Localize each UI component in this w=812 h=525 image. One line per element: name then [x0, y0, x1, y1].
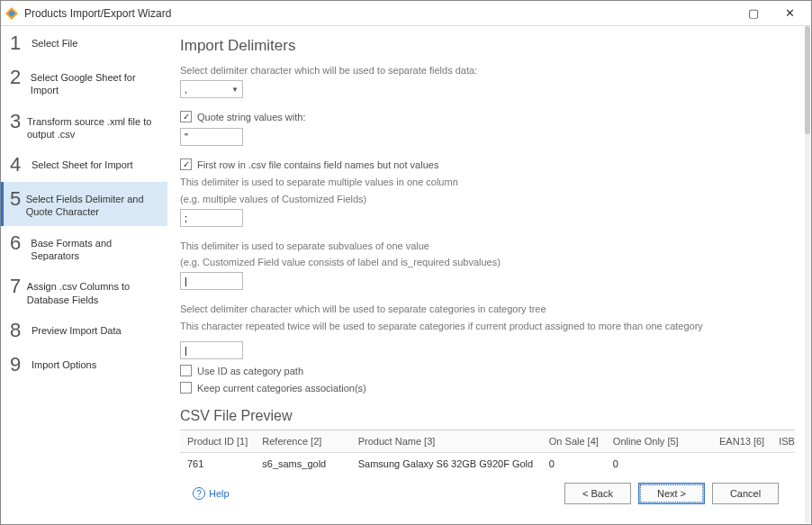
step-label: Transform source .xml file to output .cs…: [23, 112, 158, 141]
sidebar: 1Select File2Select Google Sheet for Imp…: [1, 26, 167, 524]
step-number: 7: [10, 276, 23, 296]
wizard-step-3[interactable]: 3Transform source .xml file to output .c…: [1, 104, 167, 149]
maximize-button[interactable]: ▢: [735, 3, 771, 24]
sub-desc1: This delimiter is used to separate subva…: [180, 240, 795, 252]
column-header[interactable]: ISBN [7]: [771, 430, 795, 453]
vertical-scrollbar[interactable]: [805, 26, 810, 523]
step-number: 2: [10, 68, 27, 87]
help-label: Help: [209, 488, 230, 499]
keep-categories-label: Keep current categories association(s): [197, 383, 366, 394]
first-row-label: First row in .csv file contains field na…: [197, 159, 438, 170]
sub-delimiter-input[interactable]: [180, 272, 243, 290]
back-button[interactable]: < Back: [564, 483, 631, 504]
step-number: 9: [10, 355, 28, 375]
step-number: 5: [10, 189, 23, 209]
multi-delimiter-input[interactable]: [180, 209, 243, 227]
column-header[interactable]: Product ID [1]: [180, 430, 255, 453]
category-delimiter-input[interactable]: [180, 341, 243, 359]
window-title: Products Import/Export Wizard: [24, 7, 735, 20]
help-icon: ?: [193, 487, 205, 500]
step-label: Select Sheet for Import: [28, 155, 133, 171]
keep-categories-checkbox[interactable]: [180, 382, 192, 394]
step-label: Base Formats and Separators: [27, 233, 158, 263]
column-header[interactable]: On Sale [4]: [542, 430, 606, 453]
next-button[interactable]: Next >: [638, 483, 705, 504]
multi-desc1: This delimiter is used to separate multi…: [180, 176, 795, 188]
quote-checkbox-label: Quote string values with:: [197, 112, 305, 122]
step-number: 4: [10, 155, 28, 175]
table-row[interactable]: 761s6_sams_goldSamsung Galaxy S6 32GB G9…: [180, 453, 795, 474]
page-heading: Import Delimiters: [180, 37, 795, 55]
use-id-checkbox[interactable]: [180, 365, 192, 376]
field-delimiter-value: ,: [185, 84, 187, 95]
help-link[interactable]: ? Help: [193, 487, 230, 500]
column-header[interactable]: EAN13 [6]: [686, 430, 772, 453]
main-panel: Import Delimiters Select delimiter chara…: [167, 26, 811, 524]
quote-checkbox[interactable]: [180, 111, 192, 122]
chevron-down-icon: ▼: [231, 86, 239, 94]
wizard-step-7[interactable]: 7Assign .csv Columns to Database Fields: [1, 269, 167, 313]
cat-desc1: Select delimiter character which will be…: [180, 303, 795, 315]
delimiter-desc: Select delimiter character which will be…: [180, 64, 795, 77]
preview-heading: CSV File Preview: [180, 408, 795, 424]
step-label: Select Fields Delimiter and Quote Charac…: [23, 189, 158, 219]
cell-ean: [686, 453, 772, 474]
step-label: Select File: [28, 33, 77, 50]
multi-desc2: (e.g. multiple values of Customized Fiel…: [180, 193, 795, 205]
step-number: 1: [10, 33, 28, 53]
step-label: Select Google Sheet for Import: [27, 68, 158, 97]
cell-isbn: [771, 453, 795, 474]
title-bar: Products Import/Export Wizard ▢ ✕: [1, 1, 811, 26]
wizard-step-2[interactable]: 2Select Google Sheet for Import: [1, 60, 167, 104]
app-icon: [5, 6, 19, 21]
cat-desc2: This character repeated twice will be us…: [180, 320, 795, 332]
cell-onsale: 0: [542, 453, 606, 474]
wizard-step-6[interactable]: 6Base Formats and Separators: [1, 226, 167, 270]
step-label: Import Options: [28, 355, 96, 371]
column-header[interactable]: Product Name [3]: [351, 430, 542, 453]
cancel-button[interactable]: Cancel: [712, 483, 779, 504]
step-label: Preview Import Data: [28, 321, 122, 337]
step-number: 3: [10, 112, 23, 131]
step-number: 6: [10, 233, 27, 253]
cell-name: Samsung Galaxy S6 32GB G920F Gold: [351, 453, 542, 474]
step-number: 8: [10, 321, 28, 340]
sub-desc2: (e.g. Customized Field value consists of…: [180, 256, 795, 268]
quote-char-input[interactable]: [180, 128, 243, 146]
use-id-label: Use ID as category path: [197, 366, 303, 376]
column-header[interactable]: Online Only [5]: [606, 430, 686, 453]
wizard-step-9[interactable]: 9Import Options: [1, 348, 167, 382]
wizard-window: Products Import/Export Wizard ▢ ✕ 1Selec…: [0, 0, 812, 525]
wizard-step-4[interactable]: 4Select Sheet for Import: [1, 148, 167, 182]
body: 1Select File2Select Google Sheet for Imp…: [1, 26, 811, 524]
step-label: Assign .csv Columns to Database Fields: [23, 276, 158, 306]
wizard-step-1[interactable]: 1Select File: [1, 26, 167, 60]
close-button[interactable]: ✕: [771, 3, 807, 24]
footer: ? Help < Back Next > Cancel: [180, 474, 795, 515]
first-row-checkbox[interactable]: [180, 158, 192, 170]
cell-online: 0: [606, 453, 686, 474]
cell-id: 761: [180, 453, 255, 474]
scroll-thumb[interactable]: [805, 26, 810, 134]
cell-ref: s6_sams_gold: [255, 453, 350, 474]
wizard-step-8[interactable]: 8Preview Import Data: [1, 313, 167, 348]
wizard-step-5[interactable]: 5Select Fields Delimiter and Quote Chara…: [1, 182, 167, 226]
column-header[interactable]: Reference [2]: [255, 430, 350, 453]
field-delimiter-select[interactable]: , ▼: [180, 80, 243, 98]
csv-preview-table: Product ID [1]Reference [2]Product Name …: [180, 430, 795, 474]
